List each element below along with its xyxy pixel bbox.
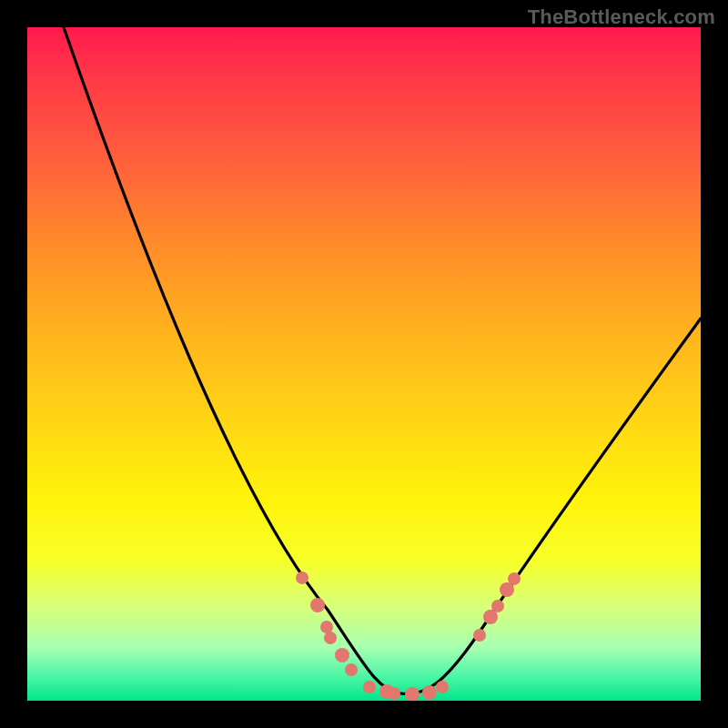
data-point bbox=[508, 572, 521, 585]
data-point bbox=[320, 621, 333, 633]
bottleneck-curve bbox=[64, 27, 701, 694]
data-point bbox=[296, 571, 308, 584]
data-point bbox=[388, 687, 400, 700]
data-point bbox=[422, 685, 437, 700]
chart-plot-area bbox=[27, 27, 701, 701]
data-point bbox=[324, 632, 337, 644]
data-point bbox=[491, 600, 504, 612]
data-point bbox=[310, 598, 325, 612]
data-point bbox=[363, 681, 376, 693]
data-point bbox=[436, 681, 449, 693]
data-point bbox=[335, 648, 349, 662]
data-point bbox=[473, 629, 486, 642]
dots-group bbox=[296, 571, 521, 701]
chart-frame: TheBottleneck.com bbox=[0, 0, 728, 728]
watermark-text: TheBottleneck.com bbox=[528, 5, 715, 29]
data-point bbox=[345, 663, 358, 676]
data-point bbox=[405, 687, 420, 701]
chart-svg bbox=[27, 27, 701, 701]
